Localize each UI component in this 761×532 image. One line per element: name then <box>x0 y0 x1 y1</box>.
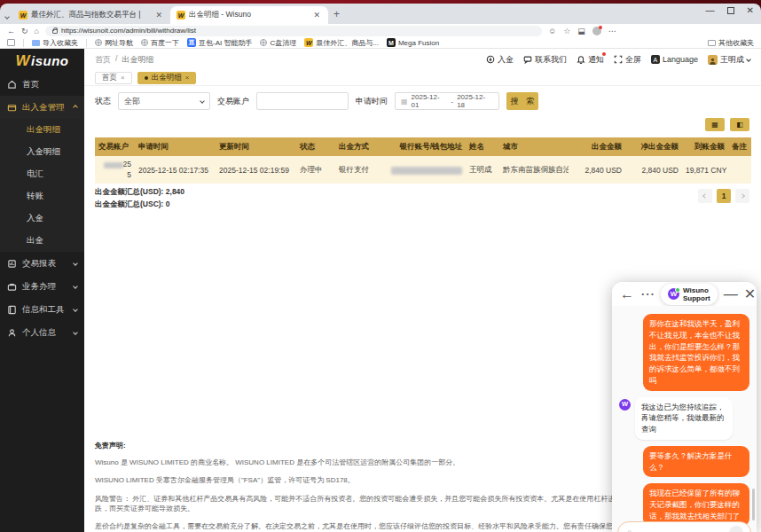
close-tab-icon[interactable]: ✕ <box>311 11 322 20</box>
address-bar[interactable]: https://wisunoit.com/admin/bill/withdraw… <box>45 26 542 36</box>
chat-header: ← ⋯ W Wisuno Support — ✕ <box>612 282 757 306</box>
sidebar-item-business[interactable]: 业务办理 <box>0 275 84 298</box>
cell-name: 王明成 <box>466 156 499 184</box>
sidebar-item-deposit-detail[interactable]: 入金明细 <box>0 141 84 163</box>
bookmark-item[interactable]: W最佳外汇、商品与... <box>304 38 379 48</box>
chat-minimize-icon[interactable]: — <box>724 286 738 302</box>
doubao-icon: 豆 <box>187 38 196 47</box>
bookmark-item[interactable]: C盘清理 <box>260 38 296 48</box>
chat-menu-icon[interactable]: ⋯ <box>640 286 655 302</box>
chat-back-icon[interactable]: ← <box>620 286 634 302</box>
home-icon <box>7 80 17 90</box>
cell-received: 19,871 CNY <box>682 156 728 184</box>
home-icon[interactable]: ⌂ <box>35 27 39 35</box>
status-label: 状态 <box>95 96 111 107</box>
bookmark-item[interactable]: 导入收藏夹 <box>32 38 78 48</box>
sidebar-item-profile[interactable]: 个人信息 <box>0 321 84 344</box>
sidebar-item-tools[interactable]: 信息和工具 <box>0 298 84 321</box>
sidebar-item-reports[interactable]: 交易报表 <box>0 252 84 275</box>
emoji-icon[interactable]: ☺ <box>625 528 633 532</box>
folder-icon <box>32 40 40 46</box>
tab-search-icon[interactable] <box>5 6 9 22</box>
browser-menu-icon[interactable]: ⋯ <box>608 27 616 35</box>
table-row[interactable]: 255 2025-12-15 02:17:35 2025-12-15 02:19… <box>95 156 751 184</box>
bookmark-item[interactable]: 豆豆包-AI 智能助手 <box>187 38 252 48</box>
sidebar-item-deposit[interactable]: 入金 <box>0 207 84 230</box>
header-fullscreen[interactable]: 全屏 <box>614 54 641 66</box>
browser-tab-bar: W 最佳外汇、商品与指数交易平台 | ✕ W 出金明细 - Wisuno ✕ + <box>0 4 761 24</box>
col-method: 出金方式 <box>335 137 380 156</box>
calendar-icon: ▦ <box>401 98 408 106</box>
page-1-button[interactable]: 1 <box>717 189 731 203</box>
mega-fusion-icon: M <box>387 38 396 47</box>
header-language[interactable]: ALanguage <box>651 55 698 64</box>
page-tab-bar: 首页× 出金明细× <box>84 70 761 86</box>
divider <box>23 39 24 47</box>
chat-agent-pill: W Wisuno Support <box>661 284 718 305</box>
close-icon[interactable]: × <box>185 74 190 82</box>
browser-tab-title: 最佳外汇、商品与指数交易平台 | <box>31 10 150 20</box>
cell-update-time: 2025-12-15 02:19:59 <box>216 156 296 184</box>
divider <box>86 39 87 47</box>
redacted-bank-number <box>391 167 462 175</box>
maximize-window-icon[interactable] <box>727 7 734 14</box>
search-button[interactable]: 搜 索 <box>506 92 538 110</box>
wisuno-logo[interactable]: Wisuno <box>0 49 84 73</box>
collections-icon[interactable]: ⬓ <box>577 27 585 35</box>
col-received: 到账金额 <box>682 137 728 156</box>
reading-mode-icon[interactable]: ☺ <box>548 27 556 35</box>
header-notifications[interactable]: 通知 <box>577 54 604 66</box>
bookmark-item[interactable]: MMega Fusion <box>387 38 439 47</box>
column-settings-button[interactable]: ◧ <box>730 118 749 131</box>
reload-icon[interactable]: ↻ <box>21 27 28 35</box>
bookmark-item[interactable]: 网址导航 <box>95 38 133 48</box>
cell-method: 银行支付 <box>335 156 380 184</box>
status-select[interactable]: 全部 <box>118 92 210 110</box>
close-window-icon[interactable]: ✕ <box>747 5 754 15</box>
col-remark: 备注 <box>728 137 751 156</box>
chat-close-icon[interactable]: ✕ <box>744 286 756 302</box>
sidebar-item-transfer[interactable]: 转账 <box>0 185 84 207</box>
refresh-grid-button[interactable]: ▦ <box>705 118 725 131</box>
other-bookmarks[interactable]: 其他收藏夹 <box>708 38 754 48</box>
header-deposit[interactable]: 入金 <box>486 54 514 66</box>
next-page-button[interactable] <box>735 189 749 203</box>
browser-tab-title: 出金明细 - Wisuno <box>189 10 308 20</box>
wisuno-favicon: W <box>304 38 313 47</box>
minimize-window-icon[interactable]: — <box>706 5 715 15</box>
chat-input[interactable]: ☺ <box>617 521 751 532</box>
chat-widget: ← ⋯ W Wisuno Support — ✕ 那你在这和我说半天，盈利不让我… <box>612 282 757 532</box>
send-button[interactable] <box>729 526 743 532</box>
sidebar-item-withdraw-detail[interactable]: 出金明细 <box>0 119 84 141</box>
browser-tab-2-active[interactable]: W 出金明细 - Wisuno ✕ <box>170 6 328 24</box>
breadcrumb-home[interactable]: 首页 <box>95 54 111 66</box>
header-contact[interactable]: 联系我们 <box>523 54 567 66</box>
lock-icon <box>52 29 58 34</box>
account-input[interactable] <box>256 92 349 110</box>
cell-city: 黔东南苗族侗族自治州 <box>499 156 569 184</box>
sidebar-item-funds[interactable]: 出入金管理 <box>0 96 84 119</box>
bookmark-item[interactable]: 百度一下 <box>141 38 179 48</box>
page-tab-withdraw-detail[interactable]: 出金明细× <box>137 72 197 84</box>
sidebar-item-withdraw[interactable]: 出金 <box>0 230 84 252</box>
new-tab-button[interactable]: + <box>333 8 340 20</box>
browser-tab-1[interactable]: W 最佳外汇、商品与指数交易平台 | ✕ <box>12 6 170 24</box>
date-range-picker[interactable]: ▦ 2025-12-01-2025-12-18 <box>395 92 499 110</box>
header-user-menu[interactable]: 王明成 <box>708 54 750 66</box>
chat-scrollbar[interactable] <box>752 489 755 520</box>
sidebar-item-wire[interactable]: 电汇 <box>0 163 84 185</box>
breadcrumb-current: 出金明细 <box>122 54 154 66</box>
globe-icon <box>95 39 102 46</box>
browser-profile-avatar[interactable] <box>592 27 601 35</box>
sidebar-item-home[interactable]: 首页 <box>0 73 84 96</box>
page-tab-home[interactable]: 首页× <box>95 72 132 84</box>
prev-page-button[interactable] <box>698 189 712 203</box>
chat-message-outgoing: 那你在这和我说半天，盈利不让我兑现，本金也不让我出，你们是想要怎么样？那我就去找… <box>643 314 749 391</box>
browser-toolbar: ← ↻ ⌂ https://wisunoit.com/admin/bill/wi… <box>0 24 761 37</box>
favorite-star-icon[interactable]: ☆ <box>563 27 570 35</box>
favorites-panel-icon[interactable] <box>7 39 15 46</box>
header-menu: 入金 联系我们 通知 全屏 ALanguage 王明成 <box>486 54 750 66</box>
back-icon[interactable]: ← <box>7 27 15 35</box>
close-tab-icon[interactable]: ✕ <box>153 11 164 20</box>
close-icon[interactable]: × <box>121 74 125 82</box>
